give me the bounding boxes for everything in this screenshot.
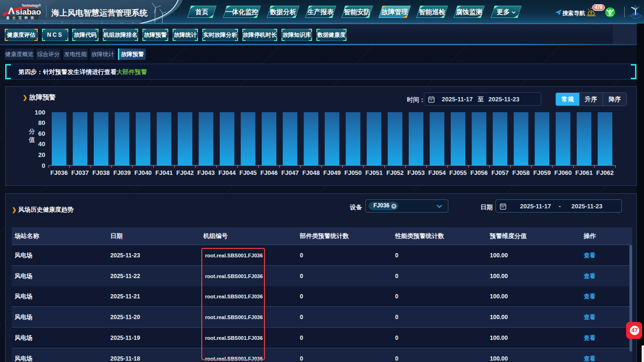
svg-text:FJ042: FJ042	[176, 169, 194, 176]
svg-text:FJ047: FJ047	[281, 169, 299, 176]
svg-text:FJ039: FJ039	[113, 169, 131, 176]
svg-text:FJ061: FJ061	[575, 169, 593, 176]
svg-text:FJ043: FJ043	[198, 169, 215, 176]
svg-text:FJ037: FJ037	[71, 169, 89, 176]
svg-text:值: 值	[28, 136, 35, 143]
svg-text:FJ044: FJ044	[218, 169, 236, 176]
svg-text:FJ036: FJ036	[50, 169, 68, 176]
svg-text:FJ040: FJ040	[134, 169, 152, 176]
svg-text:FJ045: FJ045	[239, 169, 257, 176]
svg-text:0: 0	[41, 162, 45, 169]
svg-text:20: 20	[38, 151, 45, 158]
svg-text:FJ059: FJ059	[533, 169, 551, 176]
svg-text:FJ054: FJ054	[429, 169, 446, 176]
svg-text:分: 分	[28, 128, 35, 135]
svg-text:60: 60	[38, 130, 45, 137]
svg-text:FJ048: FJ048	[302, 169, 320, 176]
svg-text:80: 80	[38, 119, 45, 126]
svg-text:FJ051: FJ051	[365, 169, 383, 176]
svg-text:FJ038: FJ038	[92, 169, 110, 176]
svg-text:FJ041: FJ041	[156, 169, 173, 176]
svg-text:FJ049: FJ049	[323, 169, 341, 176]
svg-text:FJ053: FJ053	[407, 169, 425, 176]
svg-text:FJ062: FJ062	[596, 169, 614, 176]
svg-text:FJ060: FJ060	[554, 169, 572, 176]
svg-text:100: 100	[34, 109, 45, 116]
svg-text:FJ046: FJ046	[260, 169, 278, 176]
svg-text:FJ052: FJ052	[386, 169, 404, 176]
svg-text:FJ055: FJ055	[449, 169, 467, 176]
svg-text:FJ056: FJ056	[471, 169, 488, 176]
svg-text:40: 40	[38, 140, 45, 148]
svg-text:FJ050: FJ050	[344, 169, 362, 176]
svg-text:FJ057: FJ057	[491, 169, 509, 176]
svg-text:FJ058: FJ058	[512, 169, 530, 176]
